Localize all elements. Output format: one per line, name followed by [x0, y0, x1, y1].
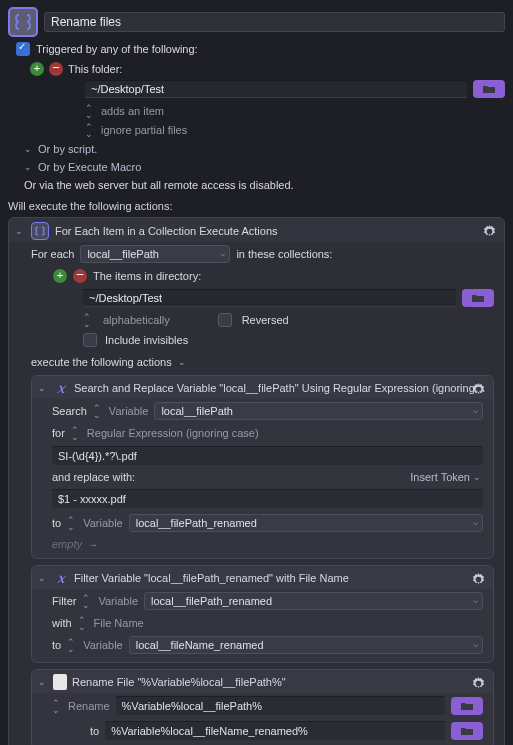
disclosure-icon[interactable]: ⌄ — [38, 573, 48, 583]
to-label: to — [90, 725, 99, 737]
filter-label: Filter — [52, 595, 76, 607]
file-name-option[interactable]: File Name — [94, 617, 144, 629]
to-variable-label[interactable]: Variable — [83, 639, 123, 651]
in-collections-label: in these collections: — [236, 248, 332, 260]
alphabetically-label[interactable]: alphabetically — [103, 314, 170, 326]
for-each-label: For each — [31, 248, 74, 260]
filter-to-variable-select[interactable]: local__fileName_renamed — [129, 636, 483, 654]
will-execute-header: Will execute the following actions: — [0, 194, 513, 215]
ignore-partial-label[interactable]: ignore partial files — [101, 124, 187, 136]
remove-collection-button[interactable]: − — [73, 269, 87, 283]
add-collection-button[interactable]: + — [53, 269, 67, 283]
insert-token-menu[interactable]: Insert Token ⌄ — [410, 471, 483, 483]
rename-title: Rename File "%Variable%local__filePath%" — [72, 676, 286, 688]
macro-title-input[interactable] — [44, 12, 505, 32]
rename-target-input[interactable] — [105, 721, 445, 740]
or-by-macro-link[interactable]: Or by Execute Macro — [38, 161, 141, 173]
adds-item-label[interactable]: adds an item — [101, 105, 164, 117]
choose-folder-button[interactable] — [462, 289, 494, 307]
regex-option-label[interactable]: Regular Expression (ignoring case) — [87, 427, 259, 439]
for-label: for — [52, 427, 65, 439]
stepper-icon[interactable]: ⌃⌄ — [83, 314, 93, 328]
rename-panel: ⌄ Rename File "%Variable%local__filePath… — [31, 669, 494, 745]
foreach-variable-select[interactable]: local__filePath — [80, 245, 230, 263]
variable-label[interactable]: Variable — [98, 595, 138, 607]
trigger-label: Triggered by any of the following: — [36, 43, 198, 55]
remove-trigger-button[interactable]: − — [49, 62, 63, 76]
variable-label[interactable]: Variable — [109, 405, 149, 417]
rename-source-input[interactable] — [116, 696, 445, 715]
variable-icon: 𝑥 — [53, 380, 69, 396]
arrow-icon: → — [88, 539, 98, 550]
foreach-icon — [31, 222, 49, 240]
include-invisibles-label: Include invisibles — [105, 334, 188, 346]
gear-button[interactable] — [469, 570, 487, 588]
disclosure-icon[interactable]: ⌄ — [15, 226, 25, 236]
regex-pattern-input[interactable] — [52, 446, 483, 465]
items-in-dir-label: The items in directory: — [93, 270, 201, 282]
filter-title: Filter Variable "local__filePath_renamed… — [74, 572, 349, 584]
macro-icon — [8, 7, 38, 37]
gear-button[interactable] — [469, 380, 487, 398]
foreach-title: For Each Item in a Collection Execute Ac… — [55, 225, 278, 237]
include-invisibles-checkbox[interactable] — [83, 333, 97, 347]
choose-file-button[interactable] — [451, 697, 483, 715]
gear-button[interactable] — [469, 674, 487, 692]
search-replace-panel: ⌄ 𝑥 Search and Replace Variable "local__… — [31, 375, 494, 559]
stepper-icon[interactable]: ⌃⌄ — [85, 105, 95, 119]
to-variable-select[interactable]: local__filePath_renamed — [129, 514, 483, 532]
replace-with-label: and replace with: — [52, 471, 135, 483]
foreach-action-panel: ⌄ For Each Item in a Collection Execute … — [8, 217, 505, 745]
disclosure-icon[interactable]: ⌄ — [24, 162, 34, 172]
reversed-checkbox[interactable] — [218, 313, 232, 327]
search-variable-select[interactable]: local__filePath — [154, 402, 483, 420]
search-label: Search — [52, 405, 87, 417]
disclosure-icon[interactable]: ⌄ — [178, 357, 188, 367]
stepper-icon[interactable]: ⌃⌄ — [93, 405, 103, 419]
stepper-icon[interactable]: ⌃⌄ — [82, 595, 92, 609]
to-variable-label[interactable]: Variable — [83, 517, 123, 529]
folder-path-input[interactable] — [85, 80, 467, 98]
rename-label[interactable]: Rename — [68, 700, 110, 712]
filter-panel: ⌄ 𝑥 Filter Variable "local__filePath_ren… — [31, 565, 494, 663]
stepper-icon[interactable]: ⌃⌄ — [67, 517, 77, 531]
file-icon — [53, 674, 67, 690]
disclosure-icon[interactable]: ⌄ — [24, 144, 34, 154]
choose-folder-button[interactable] — [473, 80, 505, 98]
gear-button[interactable] — [480, 222, 498, 240]
filter-variable-select[interactable]: local__filePath_renamed — [144, 592, 483, 610]
this-folder-label: This folder: — [68, 63, 122, 75]
with-label: with — [52, 617, 72, 629]
directory-path-input[interactable] — [83, 289, 456, 307]
stepper-icon[interactable]: ⌃⌄ — [52, 700, 62, 714]
stepper-icon[interactable]: ⌃⌄ — [85, 124, 95, 138]
execute-following-label: execute the following actions — [31, 356, 172, 368]
disclosure-icon[interactable]: ⌄ — [38, 383, 48, 393]
search-replace-title: Search and Replace Variable "local__file… — [74, 382, 487, 394]
reversed-label: Reversed — [242, 314, 289, 326]
to-label: to — [52, 517, 61, 529]
trigger-enabled-checkbox[interactable] — [16, 42, 30, 56]
stepper-icon[interactable]: ⌃⌄ — [78, 617, 88, 631]
or-by-script-link[interactable]: Or by script. — [38, 143, 97, 155]
result-preview: empty — [52, 538, 82, 550]
variable-icon: 𝑥 — [53, 570, 69, 586]
or-web-label: Or via the web server but all remote acc… — [24, 179, 294, 191]
stepper-icon[interactable]: ⌃⌄ — [67, 639, 77, 653]
disclosure-icon[interactable]: ⌄ — [38, 677, 48, 687]
add-trigger-button[interactable]: + — [30, 62, 44, 76]
stepper-icon[interactable]: ⌃⌄ — [71, 427, 81, 441]
to-label: to — [52, 639, 61, 651]
replacement-input[interactable] — [52, 489, 483, 508]
choose-file-button[interactable] — [451, 722, 483, 740]
